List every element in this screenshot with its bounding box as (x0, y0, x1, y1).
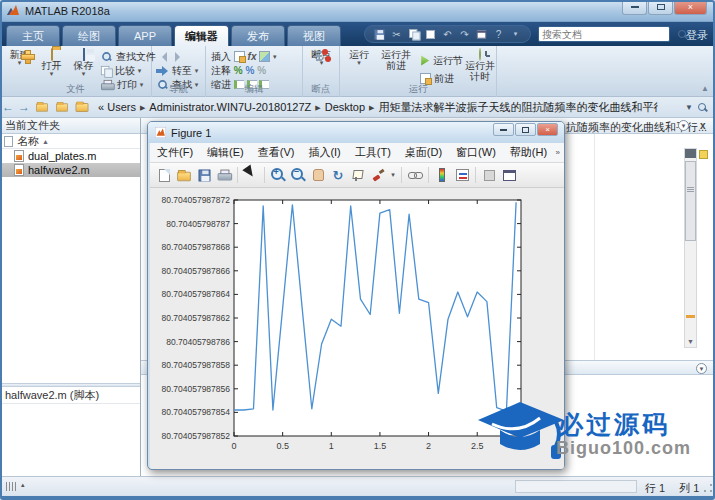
editor-scrollbar[interactable]: ▼ (684, 148, 697, 348)
folder-up-icon[interactable] (36, 103, 48, 111)
breadcrumb-project-folder[interactable]: 用矩量法求解半波振子天线的阻抗随频率的变化曲线和平行平板电容器的电容 (378, 101, 658, 113)
figure-title: Figure 1 (171, 127, 211, 139)
tab-editor[interactable]: 编辑器 (174, 25, 229, 46)
hide-plot-tools-icon[interactable] (480, 166, 498, 184)
figure-menu-window[interactable]: 窗口(W) (449, 145, 503, 160)
title-bar[interactable]: MATLAB R2018a × (0, 0, 715, 22)
back-icon[interactable] (162, 52, 167, 62)
figure-menu-view[interactable]: 查看(V) (251, 145, 302, 160)
copy-icon[interactable] (406, 27, 421, 41)
redo-icon[interactable]: ↷ (457, 27, 472, 41)
menu-overflow-icon[interactable]: » (556, 148, 560, 157)
open-button[interactable]: 打开▾ (36, 49, 67, 77)
browse-folder-icon[interactable] (56, 103, 68, 111)
doc-search-input[interactable] (539, 29, 677, 40)
quickbar-dropdown-icon[interactable]: ▾ (508, 27, 523, 41)
find-files-button[interactable]: 查找文件 (100, 50, 156, 63)
figure-menu-file[interactable]: 文件(F) (150, 145, 200, 160)
run-advance-button[interactable]: 运行并前进 (378, 49, 414, 71)
breakpoints-button[interactable]: 断点▾ (306, 49, 337, 66)
maximize-button[interactable] (648, 0, 673, 15)
figure-minimize-button[interactable] (493, 123, 514, 136)
pan-icon[interactable] (309, 166, 327, 184)
save-icon[interactable] (372, 27, 387, 41)
editor-tab-close-icon[interactable]: x (700, 120, 706, 131)
compare-button[interactable]: 比较 ▾ (100, 64, 141, 77)
link-plot-icon[interactable] (406, 166, 424, 184)
comment-icon[interactable]: % (234, 65, 243, 76)
breadcrumb-admin[interactable]: Administrator.WIN7U-20180127Z (149, 101, 311, 113)
insert-legend-icon[interactable] (453, 166, 471, 184)
rotate3d-icon[interactable]: ↻ (329, 166, 347, 184)
current-folder-header[interactable]: 当前文件夹 (0, 118, 140, 134)
tab-view[interactable]: 视图 (287, 25, 341, 46)
file-row-halfwave2[interactable]: halfwave2.m (0, 163, 140, 177)
breadcrumb-users[interactable]: Users (107, 101, 136, 113)
run-button[interactable]: 运行▾ (344, 49, 374, 66)
save-button[interactable]: 保存▾ (68, 49, 99, 77)
cut-icon[interactable]: ✂ (389, 27, 404, 41)
data-cursor-icon[interactable] (349, 166, 367, 184)
breadcrumb[interactable]: « Users▶Administrator.WIN7U-20180127Z▶De… (98, 100, 658, 115)
new-figure-icon[interactable] (155, 166, 173, 184)
figure-menu-tools[interactable]: 工具(T) (348, 145, 398, 160)
path-dropdown-icon[interactable]: ▼ (685, 103, 693, 112)
minimize-button[interactable] (622, 0, 647, 15)
layout-icon[interactable] (474, 27, 489, 41)
tab-apps[interactable]: APP (118, 25, 172, 46)
open-file-icon[interactable] (175, 166, 193, 184)
forward-icon[interactable] (175, 52, 180, 62)
figure-close-button[interactable]: × (537, 123, 558, 136)
figure-menu-help[interactable]: 帮助(H) (503, 145, 554, 160)
sort-ascending-icon[interactable]: ▲ (42, 138, 49, 145)
name-column-header[interactable]: 名称 ▲ (0, 134, 140, 149)
figure-menu-insert[interactable]: 插入(I) (301, 145, 347, 160)
uncomment-icon[interactable]: % (245, 65, 254, 76)
insert-fx-button[interactable]: fx (248, 51, 257, 62)
edit-plot-cursor-icon[interactable] (242, 166, 260, 184)
sign-in-link[interactable]: 登录 (686, 28, 708, 43)
wrap-comment-icon[interactable]: % (257, 65, 266, 76)
insert-image-icon[interactable] (259, 51, 270, 62)
path-search-icon[interactable] (697, 102, 708, 113)
nav-forward-icon[interactable]: → (18, 100, 30, 114)
print-figure-icon[interactable] (215, 166, 233, 184)
details-toggle-icon[interactable] (6, 482, 18, 491)
zoom-out-icon[interactable] (289, 166, 307, 184)
figure-title-bar[interactable]: Figure 1 × (148, 122, 564, 143)
insert-colorbar-icon[interactable] (433, 166, 451, 184)
tab-plots[interactable]: 绘图 (62, 25, 116, 46)
details-toggle-arrow-icon[interactable]: ▴ (21, 481, 25, 489)
svg-text:1.5: 1.5 (374, 441, 387, 451)
lower-panel-dropdown-icon[interactable]: ▼ (696, 363, 707, 374)
scrollbar-thumb[interactable] (685, 161, 696, 241)
breadcrumb-desktop[interactable]: Desktop (325, 101, 365, 113)
close-button[interactable]: × (674, 0, 707, 15)
run-section-button[interactable]: 运行节 (420, 54, 463, 67)
run-time-button[interactable]: 运行并计时 (464, 49, 496, 82)
insert-doc-icon[interactable] (234, 51, 245, 62)
code-analyzer-indicator[interactable] (699, 150, 708, 159)
ribbon-collapse-icon[interactable]: ▲ (701, 84, 709, 93)
help-icon[interactable]: ? (491, 27, 506, 41)
save-figure-icon[interactable] (195, 166, 213, 184)
nav-back-icon[interactable]: ← (2, 100, 14, 114)
brush-icon[interactable] (369, 166, 387, 184)
resize-grip[interactable] (704, 484, 712, 492)
brush-dropdown-icon[interactable]: ▾ (389, 166, 397, 184)
tab-publish[interactable]: 发布 (231, 25, 285, 46)
figure-menu-desktop[interactable]: 桌面(D) (398, 145, 449, 160)
file-row-dual-plates[interactable]: dual_plates.m (0, 149, 140, 163)
goto-button[interactable]: 转至 ▾ (156, 64, 198, 77)
show-plot-tools-icon[interactable] (500, 166, 518, 184)
figure-maximize-button[interactable] (515, 123, 536, 136)
tab-home[interactable]: 主页 (6, 25, 60, 46)
editor-tab-dropdown-icon[interactable]: ▼ (678, 120, 689, 131)
paste-icon[interactable] (423, 27, 438, 41)
undo-icon[interactable]: ↶ (440, 27, 455, 41)
zoom-in-icon[interactable] (269, 166, 287, 184)
scrollbar-warning-marker[interactable] (686, 315, 695, 318)
new-button[interactable]: 新建▾ (4, 49, 35, 66)
scrollbar-down-icon[interactable]: ▼ (687, 338, 694, 345)
figure-menu-edit[interactable]: 编辑(E) (200, 145, 251, 160)
